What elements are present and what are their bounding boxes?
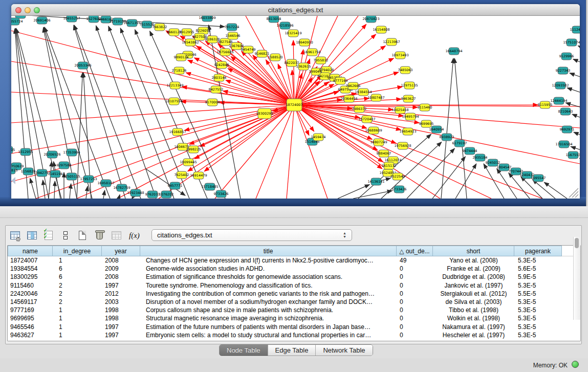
graph-node[interactable]: 19654923 (399, 128, 416, 135)
graph-node[interactable]: 17353994 (63, 149, 80, 156)
table-row[interactable]: 1938455462009Genome-wide association stu… (8, 265, 580, 273)
graph-edge[interactable] (294, 105, 382, 169)
graph-node[interactable]: 18807249 (370, 139, 387, 146)
graph-node[interactable]: 18099445 (180, 159, 197, 166)
graph-node[interactable]: 16914479 (190, 172, 207, 179)
graph-edge[interactable] (86, 186, 88, 199)
column-header-year[interactable]: year (102, 246, 140, 256)
graph-node[interactable]: 1167553 (566, 151, 580, 159)
graph-node[interactable]: 9146821 (255, 50, 270, 57)
graph-node[interactable]: 12923448 (127, 189, 144, 196)
function-icon[interactable]: f(x) (129, 229, 140, 242)
graph-node[interactable]: 1640954 (429, 126, 444, 133)
graph-node[interactable]: 8454749 (241, 46, 256, 53)
graph-node[interactable]: 2120605 (11, 146, 15, 154)
graph-node[interactable]: 10688609 (365, 127, 382, 134)
graph-node[interactable]: 12213349 (166, 82, 183, 89)
graph-node[interactable]: 12093582 (552, 82, 569, 89)
graph-node[interactable]: 9699695 (419, 120, 434, 127)
graph-edge[interactable] (108, 26, 174, 199)
table-column-icon[interactable] (26, 229, 38, 242)
graph-node[interactable]: 1998225 (186, 146, 201, 153)
graph-node[interactable]: 7485063 (398, 67, 413, 74)
column-header-out_de[interactable]: △ out_de... (397, 246, 433, 256)
graph-node[interactable]: 6179197 (452, 140, 467, 147)
table-vertical-scrollbar[interactable] (573, 237, 580, 320)
graph-node[interactable]: 9777169 (333, 77, 348, 84)
column-header-title[interactable]: title (140, 246, 397, 256)
import-table-icon[interactable] (110, 229, 122, 242)
scrollbar-thumb[interactable] (575, 238, 579, 248)
table-row[interactable]: 946554611997Estimation of the future num… (8, 323, 580, 331)
graph-edge[interactable] (353, 191, 392, 199)
column-header-short[interactable]: short (433, 246, 514, 256)
tab-edge-table[interactable]: Edge Table (268, 345, 316, 356)
graph-node[interactable]: 16154808 (373, 26, 389, 33)
graph-edge[interactable] (574, 132, 580, 138)
graph-edge[interactable] (194, 105, 294, 159)
window-titlebar[interactable]: citations_edges.txt (11, 4, 580, 16)
graph-node[interactable]: 9170004 (205, 99, 220, 106)
graph-node[interactable]: 9762033 (145, 191, 160, 198)
graph-node[interactable]: 18640910 (296, 39, 313, 46)
graph-edge[interactable] (572, 114, 580, 121)
graph-edge[interactable] (454, 58, 467, 199)
graph-node[interactable]: 16782759 (113, 184, 130, 191)
graph-node[interactable]: 10025458 (391, 106, 408, 114)
graph-node[interactable]: 7955812 (314, 57, 329, 64)
graph-node[interactable]: 20364456 (340, 95, 357, 102)
graph-node[interactable]: 1588520 (268, 54, 283, 61)
table-row[interactable]: 911546021997Tourette syndrome. Phenomeno… (8, 281, 580, 290)
table-row[interactable]: 1456911722003Disruption of a novel membe… (8, 298, 580, 306)
new-document-icon[interactable] (76, 229, 89, 242)
graph-node[interactable]: 9297588 (57, 162, 72, 169)
graph-edge[interactable] (96, 26, 156, 199)
graph-edge[interactable] (533, 180, 555, 199)
graph-edge[interactable] (103, 190, 105, 199)
graph-node[interactable]: 15720407 (358, 116, 375, 123)
graph-node[interactable]: 12213967 (383, 38, 400, 46)
graph-node[interactable]: 9474444 (463, 147, 477, 155)
graph-node[interactable]: 19495794 (402, 113, 419, 120)
graph-node[interactable]: 2935184 (473, 154, 488, 161)
graph-node[interactable]: 9884067 (377, 150, 391, 157)
table-row[interactable]: 1830029562008Estimation of significance … (8, 273, 580, 281)
graph-node[interactable]: 16543862 (182, 39, 199, 46)
column-header-in_degree[interactable]: in_degree (53, 246, 102, 256)
graph-node[interactable]: 16958107 (97, 180, 114, 187)
graph-edge[interactable] (294, 105, 580, 128)
graph-node[interactable]: 9733426 (214, 190, 229, 198)
graph-edge[interactable] (185, 105, 294, 130)
graph-edge[interactable] (570, 73, 580, 80)
table-row[interactable]: 977716911998Corpus callosum shape and si… (8, 306, 580, 314)
column-header-pagerank[interactable]: pagerank (514, 246, 562, 256)
graph-node[interactable]: 18724007 (286, 99, 302, 111)
table-row[interactable]: 2242004622012Investigating the contribut… (8, 290, 580, 298)
graph-node[interactable]: 19384554 (355, 89, 372, 96)
graph-edge[interactable] (30, 178, 36, 199)
graph-node[interactable]: 10655257 (63, 16, 80, 22)
graph-node[interactable]: 8115955 (538, 101, 553, 108)
graph-node[interactable]: 2522549 (390, 173, 405, 180)
graph-node[interactable]: 15718485 (201, 183, 218, 190)
graph-node[interactable]: 12975135 (401, 82, 418, 89)
graph-node[interactable]: 9115460 (418, 104, 432, 111)
table-row[interactable]: 1872400712008Changes of HCN gene express… (8, 256, 580, 265)
graph-node[interactable]: 8210643 (558, 108, 573, 115)
graph-node[interactable]: 16961758 (303, 49, 320, 56)
graph-node[interactable]: 1312955 (18, 148, 33, 156)
graph-node[interactable]: 12444194 (550, 97, 567, 104)
tab-node-table[interactable]: Node Table (220, 345, 268, 356)
graph-node[interactable]: 9915813 (11, 167, 17, 174)
graph-edge[interactable] (294, 105, 328, 199)
graph-edge[interactable] (544, 182, 567, 199)
network-view-window[interactable]: citations_edges.txt 16939532089941240557… (11, 4, 580, 199)
graph-node[interactable]: 7857224 (225, 24, 239, 31)
rows-icon[interactable] (59, 229, 72, 242)
graph-node[interactable]: 8938923 (440, 134, 454, 141)
graph-node[interactable]: 7986372 (352, 105, 367, 113)
graph-node[interactable]: 17016504 (555, 141, 572, 148)
table-panel-titlebar[interactable]: Table Panel ✕ (0, 206, 588, 218)
table-row[interactable]: 969969511998Structural magnetic resonanc… (8, 314, 580, 322)
graph-node[interactable]: 20053346 (74, 62, 91, 69)
